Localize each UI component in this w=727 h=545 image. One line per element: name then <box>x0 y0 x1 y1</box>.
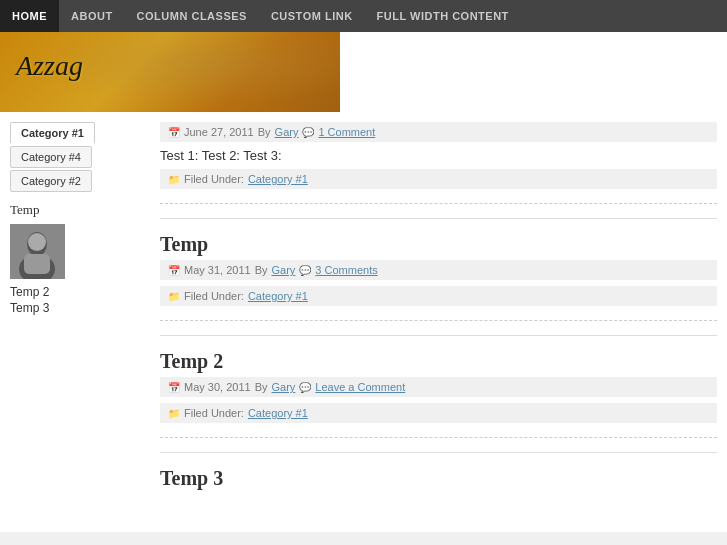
post-1-filed: 📁 Filed Under: Category #1 <box>160 286 717 306</box>
filed-label-2: Filed Under: <box>184 407 244 419</box>
post-2-date: May 30, 2011 <box>184 381 251 393</box>
folder-icon-1: 📁 <box>168 291 180 302</box>
site-banner: Azzag <box>0 32 340 112</box>
post-3-title: Temp 3 <box>160 467 717 490</box>
post-1-title: Temp <box>160 233 717 256</box>
nav-home[interactable]: HOME <box>0 0 59 32</box>
post-0-comments[interactable]: 1 Comment <box>318 126 375 138</box>
post-0-category[interactable]: Category #1 <box>248 173 308 185</box>
comment-icon-1: 💬 <box>299 265 311 276</box>
content-area: Category #1 Category #4 Category #2 Temp… <box>0 112 727 532</box>
svg-point-3 <box>28 233 46 251</box>
calendar-icon: 📅 <box>168 127 180 138</box>
nav-custom-link[interactable]: CUSTOM LINK <box>259 0 365 32</box>
nav-column-classes[interactable]: COLUMN CLASSES <box>125 0 259 32</box>
nav-about[interactable]: ABOUT <box>59 0 125 32</box>
post-2: Temp 2 📅 May 30, 2011 By Gary 💬 Leave a … <box>160 350 717 438</box>
comment-icon-0: 💬 <box>302 127 314 138</box>
separator-1 <box>160 218 717 219</box>
post-2-author[interactable]: Gary <box>272 381 296 393</box>
folder-icon-2: 📁 <box>168 408 180 419</box>
post-2-meta: 📅 May 30, 2011 By Gary 💬 Leave a Comment <box>160 377 717 397</box>
by-label-0: By <box>258 126 271 138</box>
sidebar-link-temp2[interactable]: Temp 2 <box>10 285 140 299</box>
post-1-date: May 31, 2011 <box>184 264 251 276</box>
post-0-meta: 📅 June 27, 2011 By Gary 💬 1 Comment <box>160 122 717 142</box>
tab-category-4[interactable]: Category #4 <box>10 146 92 168</box>
comment-icon-2: 💬 <box>299 382 311 393</box>
tab-category-1[interactable]: Category #1 <box>10 122 95 144</box>
page-wrapper: HOME ABOUT COLUMN CLASSES CUSTOM LINK FU… <box>0 0 727 532</box>
post-0-author[interactable]: Gary <box>275 126 299 138</box>
post-3: Temp 3 <box>160 467 717 508</box>
separator-3 <box>160 452 717 453</box>
sidebar-thumbnail <box>10 224 65 279</box>
calendar-icon-2: 📅 <box>168 382 180 393</box>
post-1-meta: 📅 May 31, 2011 By Gary 💬 3 Comments <box>160 260 717 280</box>
post-2-category[interactable]: Category #1 <box>248 407 308 419</box>
post-0-date: June 27, 2011 <box>184 126 254 138</box>
sidebar-widget-title: Temp <box>10 202 140 218</box>
post-1-comments[interactable]: 3 Comments <box>315 264 377 276</box>
post-2-comments[interactable]: Leave a Comment <box>315 381 405 393</box>
post-1: Temp 📅 May 31, 2011 By Gary 💬 3 Comments… <box>160 233 717 321</box>
by-label-2: By <box>255 381 268 393</box>
tab-category-2[interactable]: Category #2 <box>10 170 92 192</box>
filed-label-1: Filed Under: <box>184 290 244 302</box>
post-1-author[interactable]: Gary <box>272 264 296 276</box>
nav-full-width[interactable]: FULL WIDTH CONTENT <box>365 0 521 32</box>
by-label-1: By <box>255 264 268 276</box>
folder-icon-0: 📁 <box>168 174 180 185</box>
site-title: Azzag <box>16 50 83 82</box>
post-2-filed: 📁 Filed Under: Category #1 <box>160 403 717 423</box>
category-tabs: Category #1 Category #4 Category #2 <box>10 122 140 192</box>
sidebar: Category #1 Category #4 Category #2 Temp… <box>10 122 140 522</box>
sidebar-link-temp3[interactable]: Temp 3 <box>10 301 140 315</box>
post-0-filed: 📁 Filed Under: Category #1 <box>160 169 717 189</box>
post-1-category[interactable]: Category #1 <box>248 290 308 302</box>
filed-label-0: Filed Under: <box>184 173 244 185</box>
svg-rect-4 <box>24 254 50 274</box>
calendar-icon-1: 📅 <box>168 265 180 276</box>
separator-2 <box>160 335 717 336</box>
main-content: 📅 June 27, 2011 By Gary 💬 1 Comment Test… <box>160 122 717 522</box>
nav-bar: HOME ABOUT COLUMN CLASSES CUSTOM LINK FU… <box>0 0 727 32</box>
post-0: 📅 June 27, 2011 By Gary 💬 1 Comment Test… <box>160 122 717 204</box>
post-2-title: Temp 2 <box>160 350 717 373</box>
post-0-body: Test 1: Test 2: Test 3: <box>160 148 717 163</box>
